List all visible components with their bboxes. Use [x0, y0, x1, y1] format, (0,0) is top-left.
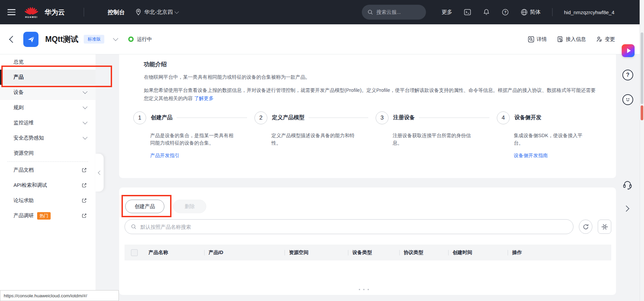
step-number-circle: 3	[376, 111, 388, 124]
step-register-device: 3 注册设备 注册设备获取连接平台所需的身份信息。	[376, 111, 497, 159]
chevron-down-icon	[83, 120, 87, 124]
instance-header: MQtt测试 标准版 运行中 详情	[0, 24, 644, 54]
sidebar-item-resource-space[interactable]: 资源空间	[0, 146, 96, 161]
sidebar: 总览 产品 设备 规则 监控运维 安全态势感知 资源空间 产品文档	[0, 54, 96, 301]
create-product-button[interactable]: 创建产品	[125, 200, 164, 213]
step-description: 注册设备获取连接平台所需的身份信息。	[393, 132, 477, 147]
cloud-search-input[interactable]: 搜索云服...	[362, 5, 426, 20]
status-running-icon	[128, 36, 134, 42]
column-header-operation[interactable]: 操作	[508, 249, 611, 256]
access-info-icon	[557, 36, 563, 43]
device-dev-guide-link[interactable]: 设备侧开发指南	[514, 152, 548, 159]
sidebar-item-label: 总览	[14, 59, 24, 65]
select-all-checkbox[interactable]	[131, 249, 138, 256]
sidebar-item-product[interactable]: 产品	[0, 70, 96, 85]
huawei-wordmark: HUAWEI	[25, 16, 38, 18]
browser-url-tooltip: https://console.huaweicloud.com/iotdm/#/	[0, 290, 119, 301]
detail-button[interactable]: 详情	[528, 36, 547, 43]
step-title: 注册设备	[393, 114, 415, 121]
column-header-create-time[interactable]: 创建时间	[448, 249, 508, 256]
column-header-product-id[interactable]: 产品ID	[204, 249, 285, 256]
sidebar-item-overview[interactable]: 总览	[0, 54, 96, 70]
cloud-search-placeholder: 搜索云服...	[376, 9, 401, 16]
step-number-circle: 4	[497, 111, 510, 124]
chevron-down-icon	[83, 135, 87, 140]
sidebar-collapse-handle[interactable]	[96, 154, 104, 192]
step-description: 产品是设备的集合，是指某一类具有相同能力或特征的设备的合集。	[150, 132, 235, 147]
search-icon	[131, 224, 137, 230]
brand-name: 华为云	[45, 8, 65, 17]
product-dev-guide-link[interactable]: 产品开发指引	[150, 152, 180, 159]
delete-button[interactable]: 删除	[173, 200, 206, 213]
sidebar-link-survey[interactable]: 产品调研 热门	[0, 208, 96, 223]
notifications-bell-icon[interactable]	[483, 8, 490, 16]
instance-switch-chevron-icon[interactable]	[113, 36, 118, 41]
expand-panel-chevron[interactable]	[623, 205, 629, 211]
more-menu[interactable]: 更多	[441, 9, 452, 16]
access-info-button[interactable]: 接入信息	[557, 36, 586, 43]
console-link[interactable]: 控制台	[108, 8, 125, 16]
assistant-logo-button[interactable]	[622, 44, 635, 57]
intro-title: 功能介绍	[144, 60, 616, 68]
sidebar-item-label: 产品文档	[14, 167, 34, 173]
top-navbar: HUAWEI 华为云 控制台 华北-北京四 搜索云服... 更多	[0, 0, 644, 24]
step-connector-line	[419, 118, 489, 118]
page-scrollbar[interactable]	[640, 0, 644, 301]
cloud-shell-icon[interactable]	[464, 8, 471, 16]
instance-title: MQtt测试	[45, 34, 78, 45]
status-url: https://console.huaweicloud.com/iotdm/#/	[4, 293, 87, 298]
external-link-icon	[82, 213, 87, 218]
sidebar-divider	[7, 161, 88, 162]
page: HUAWEI 华为云 控制台 华北-北京四 搜索云服... 更多	[0, 0, 644, 301]
detail-icon	[528, 36, 534, 43]
language-label: 简体	[530, 9, 541, 16]
support-headset-button[interactable]	[622, 180, 633, 190]
column-settings-button[interactable]	[598, 220, 611, 234]
refresh-button[interactable]	[579, 220, 592, 234]
scrollbar-thumb[interactable]	[641, 32, 643, 104]
column-header-resource-space[interactable]: 资源空间	[285, 249, 348, 256]
column-header-device-type[interactable]: 设备类型	[348, 249, 399, 256]
step-description: 集成设备侧SDK，使设备接入平台。	[514, 132, 586, 147]
sidebar-item-rules[interactable]: 规则	[0, 100, 96, 115]
huawei-logo[interactable]: HUAWEI	[24, 6, 39, 18]
sidebar-item-monitoring[interactable]: 监控运维	[0, 115, 96, 130]
instance-app-icon	[23, 32, 38, 47]
sidebar-link-forum[interactable]: 论坛求助	[0, 193, 96, 208]
change-button[interactable]: 变更	[596, 36, 615, 43]
huawei-flower-icon	[25, 6, 38, 16]
steps-row: 1 创建产品 产品是设备的集合，是指某一类具有相同能力或特征的设备的合集。 产品…	[133, 111, 616, 159]
feedback-smiley-button[interactable]	[622, 94, 633, 105]
column-header-protocol-type[interactable]: 协议类型	[399, 249, 448, 256]
intro-paragraph-1: 在物联网平台中，某一类具有相同能力或特征的设备的合集被称为一款产品。	[144, 73, 598, 81]
step-number-circle: 1	[133, 111, 146, 124]
back-icon[interactable]	[9, 35, 16, 43]
sidebar-item-device[interactable]: 设备	[0, 85, 96, 100]
change-label: 变更	[605, 36, 615, 43]
region-selector[interactable]: 华北-北京四	[135, 8, 178, 16]
language-selector[interactable]: 简体	[520, 8, 541, 16]
sidebar-link-api-explorer[interactable]: API检索和调试	[0, 178, 96, 193]
float-help-button[interactable]: ?	[622, 70, 633, 80]
globe-icon	[520, 8, 528, 16]
product-list-card: 创建产品 删除	[119, 187, 616, 295]
chevron-down-icon	[83, 104, 87, 109]
pagination-dots	[359, 289, 369, 290]
chevron-down-icon	[175, 9, 179, 14]
intro-paragraph-2: 如果您希望使用平台查看设备上报的数据信息，并对设备进行管理控制，就需要开发产品模…	[144, 86, 598, 103]
sidebar-link-docs[interactable]: 产品文档	[0, 162, 96, 178]
sidebar-item-label: 产品调研	[14, 212, 34, 219]
account-menu[interactable]: hid_nmzqzrcyhwf8e_4	[564, 9, 614, 15]
learn-more-link[interactable]: 了解更多	[194, 96, 214, 101]
column-header-product-name[interactable]: 产品名称	[144, 249, 204, 256]
help-icon[interactable]: ?	[502, 8, 509, 16]
step-description: 定义产品模型描述设备具备的能力和特性。	[271, 132, 356, 147]
hamburger-menu-icon[interactable]	[7, 9, 16, 15]
sidebar-item-label: 论坛求助	[14, 197, 34, 204]
sidebar-item-security[interactable]: 安全态势感知	[0, 130, 96, 146]
hot-badge: 热门	[37, 212, 51, 220]
external-link-icon	[82, 198, 87, 203]
edition-badge: 标准版	[84, 35, 104, 44]
step-connector-line	[308, 118, 368, 118]
product-search-input[interactable]	[125, 219, 573, 234]
